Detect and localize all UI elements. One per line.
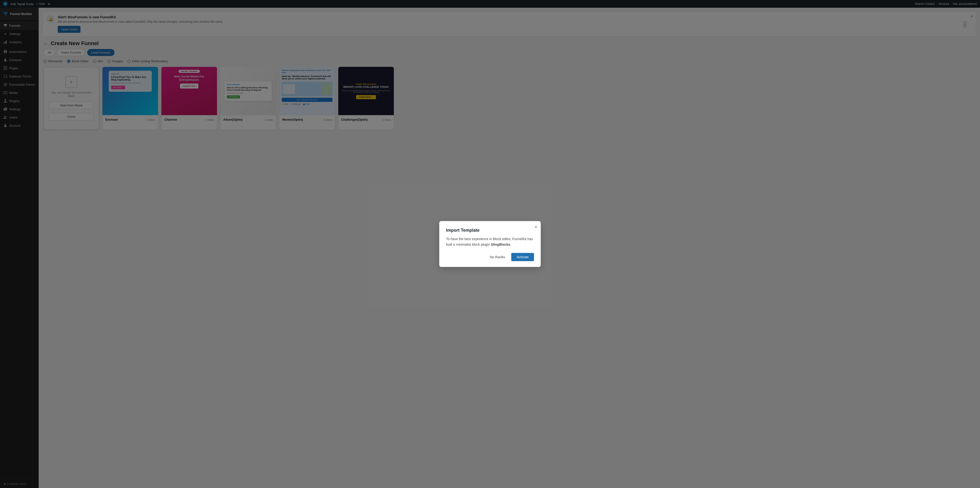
import-template-modal: Import Template × To have the best exper… [439, 221, 541, 267]
modal-actions: No thanks Activate [446, 253, 534, 261]
modal-overlay[interactable]: Import Template × To have the best exper… [0, 0, 980, 488]
no-thanks-button[interactable]: No thanks [486, 253, 509, 261]
modal-close-button[interactable]: × [535, 225, 537, 229]
modal-title: Import Template [446, 228, 534, 233]
modal-body: To have the best experience in Block edi… [446, 236, 534, 247]
activate-button[interactable]: Activate [511, 253, 534, 261]
